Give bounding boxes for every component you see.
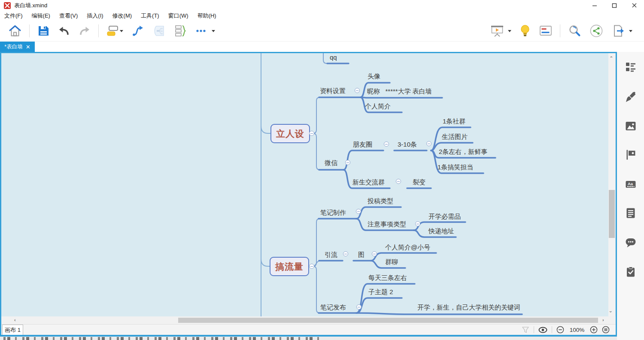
slides-button[interactable] [535,23,556,39]
topic-图[interactable]: 图 [358,251,365,258]
topic-shape-button[interactable] [102,23,127,39]
collapse-button[interactable] [426,141,431,146]
more-tools-dropdown-caret[interactable] [212,30,215,32]
horizontal-scrollbar[interactable]: ‹ › [1,316,616,324]
home-button[interactable] [4,23,26,39]
boundary-button[interactable] [149,23,170,39]
marker-flag-icon[interactable] [625,149,636,160]
topic-1条社群[interactable]: 1条社群 [443,117,465,125]
menu-item-6[interactable]: 窗口(W) [168,12,188,20]
image-icon[interactable] [625,120,636,132]
scroll-left-icon[interactable]: ‹ [14,317,16,322]
redo-button[interactable] [74,23,95,39]
search-button[interactable] [564,23,585,39]
topic-搞流量[interactable]: 搞流量 [270,257,309,276]
scroll-right-icon[interactable]: › [602,317,604,322]
fit-map-button[interactable] [602,326,610,334]
tab-document[interactable]: *表白墙 ✕ [0,42,35,52]
topic-立人设[interactable]: 立人设 [270,124,310,143]
topic-开学必需品[interactable]: 开学必需品 [428,213,461,220]
svg-text:Aa: Aa [628,181,633,186]
topic-子主题 2[interactable]: 子主题 2 [368,288,393,295]
collapse-button[interactable] [372,251,377,256]
topic-shape-dropdown-caret[interactable] [120,30,123,32]
collapse-button[interactable] [343,251,348,256]
more-tools-button[interactable] [191,23,219,39]
topic-微信[interactable]: 微信 [325,159,337,166]
collapse-button[interactable] [384,141,389,147]
menu-item-5[interactable]: 工具(T) [141,12,159,20]
collapse-button[interactable] [396,179,401,184]
topic-每天三条左右[interactable]: 每天三条左右 [368,274,407,281]
export-dropdown-caret[interactable] [629,30,632,32]
relationship-button[interactable] [127,23,149,39]
presentation-dropdown-caret[interactable] [508,30,511,32]
topic-3-10条[interactable]: 3-10条 [398,141,417,148]
topic-qq[interactable]: qq [330,54,337,61]
share-button[interactable] [585,23,608,39]
export-button[interactable] [608,23,636,39]
undo-button[interactable] [54,23,74,39]
topic-笔记发布[interactable]: 笔记发布 [320,304,346,311]
topic-群聊[interactable]: 群聊 [385,258,398,265]
topic-生活图片[interactable]: 生活图片 [442,133,468,140]
maximize-button[interactable] [605,0,624,11]
topic-快递地址[interactable]: 快递地址 [428,227,454,235]
close-button[interactable] [624,0,644,11]
show-hide-eye-icon[interactable] [538,327,547,333]
save-icon [37,24,50,37]
topic-笔记制作[interactable]: 笔记制作 [320,209,346,216]
vertical-scrollbar-thumb[interactable] [609,190,615,238]
notes-icon[interactable] [625,208,636,219]
task-icon[interactable] [625,266,636,277]
topic-朋友圈[interactable]: 朋友圈 [353,141,372,148]
topic-头像[interactable]: 头像 [368,72,380,80]
collapse-button[interactable] [309,264,314,269]
topic-引流[interactable]: 引流 [325,251,337,258]
topic-昵称 *****大学 表白墙[interactable]: 昵称 *****大学 表白墙 [367,87,432,95]
format-brush-icon[interactable] [625,91,636,102]
topic-新生交流群[interactable]: 新生交流群 [352,178,385,186]
filter-icon[interactable] [522,326,529,334]
minimize-button[interactable] [585,0,605,11]
vertical-scrollbar[interactable]: › › [608,53,615,316]
collapse-button[interactable] [415,221,420,226]
collapse-button[interactable] [345,160,350,165]
topic-注意事项类型[interactable]: 注意事项类型 [368,220,406,228]
zoom-out-button[interactable] [556,326,564,334]
topic-资料设置[interactable]: 资料设置 [320,87,346,94]
inspiration-button[interactable] [515,23,535,39]
outline-structure-icon[interactable] [625,61,636,72]
sheet-tab-canvas-1[interactable]: 画布 1 [2,325,23,335]
mindmap-canvas[interactable]: qq头像资料设置昵称 *****大学 表白墙个人简介立人设朋友圈3-10条1条社… [0,53,616,316]
zoom-in-button[interactable] [590,326,598,334]
menu-item-2[interactable]: 查看(V) [59,12,78,20]
topic-1条搞笑担当[interactable]: 1条搞笑担当 [437,163,473,171]
collapse-button[interactable] [355,88,360,93]
tab-close-icon[interactable]: ✕ [26,44,30,50]
horizontal-scrollbar-thumb[interactable] [178,318,598,323]
document-tab-bar: *表白墙 ✕ [0,42,644,52]
menu-item-4[interactable]: 修改(M) [112,12,132,20]
menu-item-1[interactable]: 编辑(E) [32,12,50,20]
scroll-down-icon[interactable]: › [608,311,614,313]
save-button[interactable] [33,23,54,39]
topic-裂变[interactable]: 裂变 [413,178,425,186]
comment-icon[interactable] [625,237,636,248]
topic-2条左右，新鲜事[interactable]: 2条左右，新鲜事 [439,148,487,155]
collapse-button[interactable] [309,131,314,136]
topic-个人简介@小号[interactable]: 个人简介@小号 [385,244,430,251]
topic-开学，新生，自己大学相关的关键词[interactable]: 开学，新生，自己大学相关的关键词 [417,304,520,311]
menu-item-3[interactable]: 插入(I) [87,12,103,20]
label-icon[interactable]: Aa [625,179,636,190]
scroll-up-icon[interactable]: › [608,56,614,58]
summary-button[interactable] [170,23,191,39]
menu-item-7[interactable]: 帮助(H) [197,12,216,20]
topic-个人简介[interactable]: 个人简介 [365,102,391,110]
home-icon [8,24,22,38]
collapse-button[interactable] [356,209,361,214]
topic-投稿类型[interactable]: 投稿类型 [368,197,393,205]
collapse-button[interactable] [356,304,361,310]
menu-item-0[interactable]: 文件(F) [4,12,23,20]
presentation-button[interactable] [486,23,515,39]
